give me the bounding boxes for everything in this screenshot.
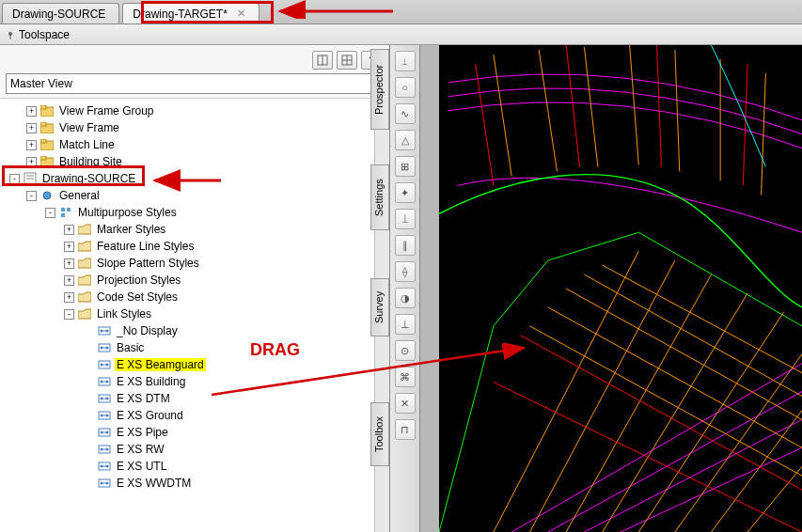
link-style-icon xyxy=(97,425,112,440)
tool-icon[interactable]: △ xyxy=(395,130,416,150)
toolspace-titlebar: Toolspace xyxy=(0,24,802,45)
svg-line-68 xyxy=(494,55,511,177)
tree-node[interactable]: +View Frame Group xyxy=(4,102,387,119)
tree-node[interactable]: E XS Ground xyxy=(4,407,387,424)
tree-node[interactable]: E XS Beamguard xyxy=(4,356,387,373)
folder-icon xyxy=(39,154,55,169)
link-style-icon xyxy=(97,357,112,372)
drawing-toolbar: ⟂ ○ ∿ △ ⊞ ✦ ⟘ ∥ ⟠ ◑ ⊥ ⊙ ⌘ ✕ ⊓ xyxy=(390,45,420,532)
tree-node[interactable]: +Slope Pattern Styles xyxy=(4,255,387,272)
collapse-icon[interactable]: - xyxy=(26,191,37,201)
tree-node-label: Drawing-SOURCE xyxy=(40,172,137,185)
expand-icon[interactable]: + xyxy=(26,157,37,167)
folder-icon xyxy=(39,137,55,152)
vtab-toolbox[interactable]: Toolbox xyxy=(370,402,389,466)
tree-node[interactable]: -General xyxy=(4,187,387,204)
svg-line-79 xyxy=(511,364,802,532)
tab-drawing-source[interactable]: Drawing-SOURCE xyxy=(2,3,119,23)
pin-icon[interactable] xyxy=(6,30,15,39)
tab-label: Drawing-SOURCE xyxy=(12,8,105,21)
tree-node[interactable]: +View Frame xyxy=(4,119,387,136)
tool-icon[interactable]: ⊥ xyxy=(395,314,416,335)
tree-node[interactable]: +Building Site xyxy=(4,153,387,170)
tab-drawing-target[interactable]: Drawing-TARGET* ✕ xyxy=(122,3,259,23)
tool-icon[interactable]: ⟂ xyxy=(395,51,416,71)
close-icon[interactable]: ✕ xyxy=(237,8,245,20)
tree-node-label: View Frame xyxy=(57,121,121,134)
svg-line-81 xyxy=(584,419,802,532)
tree-node[interactable]: E XS DTM xyxy=(4,390,387,407)
tool-icon[interactable]: ⊙ xyxy=(395,340,416,361)
collapse-icon[interactable]: - xyxy=(45,208,55,218)
expand-icon[interactable]: + xyxy=(64,292,74,303)
expand-icon[interactable]: + xyxy=(64,242,74,252)
svg-line-78 xyxy=(743,64,747,186)
tool-icon[interactable]: ◑ xyxy=(395,288,416,308)
svg-rect-20 xyxy=(67,208,71,211)
tree-node[interactable]: +Marker Styles xyxy=(4,221,387,238)
tool-icon[interactable]: ⟠ xyxy=(395,261,416,282)
tree-node[interactable]: -Drawing-SOURCE xyxy=(4,170,387,187)
tree-node[interactable]: Basic xyxy=(4,339,387,356)
tree-node-label: Slope Pattern Styles xyxy=(95,257,201,270)
tree-node-label: E XS WWDTM xyxy=(115,477,193,490)
tool-icon[interactable]: ⟘ xyxy=(395,209,416,229)
vtab-prospector[interactable]: Prospector xyxy=(370,49,389,130)
tree-node[interactable]: E XS Building xyxy=(4,373,387,390)
svg-marker-23 xyxy=(78,242,91,251)
tree-node[interactable]: E XS UTL xyxy=(4,458,387,475)
view-dropdown[interactable]: Master View ▾ xyxy=(6,73,384,94)
expand-icon[interactable]: + xyxy=(64,258,74,269)
tool-icon[interactable]: ⌘ xyxy=(395,367,416,387)
svg-rect-1 xyxy=(10,35,11,39)
tree-node[interactable]: E XS Pipe xyxy=(4,424,387,441)
tree-node[interactable]: +Match Line xyxy=(4,136,387,153)
link-style-icon xyxy=(97,442,112,457)
svg-line-74 xyxy=(762,73,766,196)
expand-icon[interactable]: + xyxy=(64,225,74,235)
tree-node[interactable]: +Projection Styles xyxy=(4,272,387,289)
drawing-canvas[interactable] xyxy=(439,45,802,532)
svg-marker-22 xyxy=(78,225,91,234)
tree-node-label: Match Line xyxy=(57,138,117,151)
svg-line-95 xyxy=(747,466,802,532)
layout-icon[interactable] xyxy=(312,51,333,70)
svg-line-90 xyxy=(566,274,711,532)
folder-open-icon xyxy=(77,289,92,305)
svg-line-94 xyxy=(712,411,803,533)
expand-icon[interactable]: + xyxy=(26,123,37,133)
tree-node[interactable]: -Multipurpose Styles xyxy=(4,204,387,221)
tree-node[interactable]: _No Display xyxy=(4,322,387,339)
vtab-settings[interactable]: Settings xyxy=(370,164,389,230)
link-style-icon xyxy=(97,408,112,423)
tree-node-label: Projection Styles xyxy=(95,274,182,287)
tool-icon[interactable]: ✕ xyxy=(395,393,416,414)
tree-node[interactable]: +Feature Line Styles xyxy=(4,238,387,255)
magnet-icon[interactable]: ⊓ xyxy=(395,419,416,440)
tool-icon[interactable]: ○ xyxy=(395,77,416,98)
tree-node-label: E XS Ground xyxy=(115,409,185,422)
expand-icon[interactable]: + xyxy=(64,275,74,286)
tree-node[interactable]: E XS WWDTM xyxy=(4,475,387,492)
expand-icon[interactable]: + xyxy=(26,140,37,150)
tool-icon[interactable]: ∥ xyxy=(395,235,416,256)
tree-node-label: Feature Line Styles xyxy=(95,240,196,253)
tree-node-label: E XS Building xyxy=(115,375,187,388)
collapse-icon[interactable]: - xyxy=(64,309,74,320)
toolspace-panel: ? Master View ▾ +View Frame Group+View F… xyxy=(0,45,390,532)
prospector-tree[interactable]: +View Frame Group+View Frame+Match Line+… xyxy=(0,98,389,532)
svg-rect-14 xyxy=(40,156,46,160)
tree-node[interactable]: E XS RW xyxy=(4,441,387,458)
tool-icon[interactable]: ✦ xyxy=(395,182,416,203)
expand-icon[interactable]: + xyxy=(26,106,37,117)
tree-node[interactable]: +Code Set Styles xyxy=(4,289,387,305)
vtab-survey[interactable]: Survey xyxy=(370,278,389,336)
svg-marker-27 xyxy=(78,309,91,319)
tool-icon[interactable]: ⊞ xyxy=(395,156,416,177)
collapse-icon[interactable]: - xyxy=(9,174,20,184)
grid-icon[interactable] xyxy=(337,51,357,70)
tool-icon[interactable]: ∿ xyxy=(395,103,416,124)
tree-node[interactable]: -Link Styles xyxy=(4,305,387,322)
svg-marker-26 xyxy=(78,292,91,302)
folder-open-icon xyxy=(77,239,92,254)
